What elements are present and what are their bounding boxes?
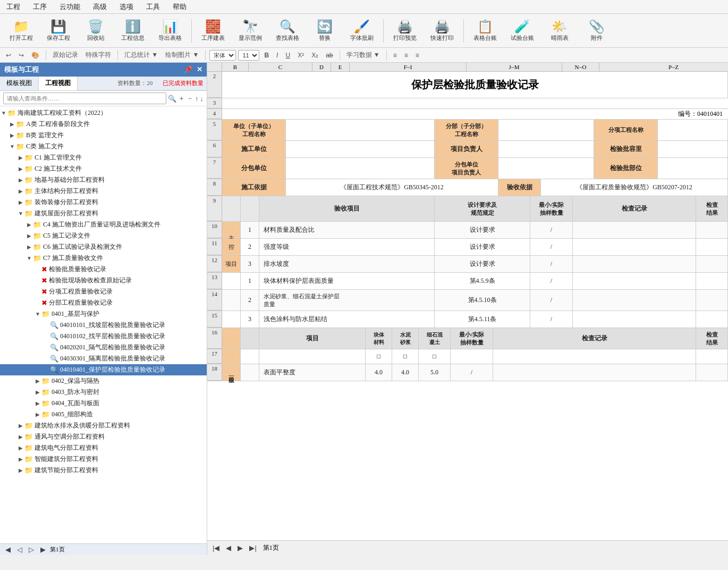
- cb1-17[interactable]: □: [366, 349, 392, 364]
- tree-toggle[interactable]: ▶: [34, 378, 41, 384]
- result-11[interactable]: [696, 239, 728, 255]
- open-project-button[interactable]: 📁 打开工程: [4, 16, 38, 46]
- record-12[interactable]: [573, 256, 696, 272]
- superscript-button[interactable]: X²: [295, 51, 307, 60]
- tree-toggle[interactable]: ▶: [17, 155, 24, 161]
- tree-toggle[interactable]: ▼: [0, 110, 7, 116]
- tree-toggle[interactable]: ▶: [9, 121, 16, 127]
- construction-value[interactable]: [286, 141, 435, 157]
- tree-item-16[interactable]: ✖检验批现场验收检查原始记录: [0, 275, 207, 286]
- font-select[interactable]: 宋体: [209, 50, 236, 61]
- remove-button[interactable]: －: [187, 94, 193, 103]
- tree-toggle[interactable]: ▶: [17, 434, 24, 440]
- menu-advanced[interactable]: 高级: [91, 1, 109, 13]
- tree-item-11[interactable]: ▶📁C4 施工物资出厂质量证明及进场检测文件: [0, 219, 207, 230]
- tree-toggle[interactable]: ▶: [26, 244, 33, 250]
- result-10[interactable]: [696, 222, 728, 238]
- sub-mgr-value[interactable]: [498, 158, 594, 179]
- aggregate-button[interactable]: 汇总统计 ▼: [122, 49, 160, 61]
- tree-item-27[interactable]: ▶📁0404_瓦面与板面: [0, 398, 207, 409]
- tab-template-view[interactable]: 模板视图: [0, 77, 39, 90]
- tree-toggle[interactable]: ▼: [17, 211, 24, 216]
- record-14[interactable]: [573, 290, 696, 311]
- tree-item-9[interactable]: ▶📁装饰装修分部工程资料: [0, 197, 207, 208]
- menu-options[interactable]: 选项: [117, 1, 136, 13]
- redo-button[interactable]: ↪: [16, 51, 27, 60]
- underline-button[interactable]: U: [283, 51, 293, 60]
- record-17[interactable]: [493, 349, 696, 364]
- tree-item-7[interactable]: ▶📁地基与基础分部工程资料: [0, 174, 207, 186]
- record-11[interactable]: [573, 239, 696, 255]
- tree-item-10[interactable]: ▼📁建筑屋面分部工程资料: [0, 208, 207, 219]
- batch-part-value[interactable]: [658, 158, 728, 179]
- result-12[interactable]: [696, 256, 728, 272]
- next-page-button[interactable]: ▷: [27, 545, 36, 554]
- table-area[interactable]: B C D E F~I J~M N~O P~Z AA~AC 2 保护层检验批质量…: [207, 63, 728, 540]
- tree-item-23[interactable]: 🔍04030301_隔离层检验批质量验收记录: [0, 353, 207, 364]
- tree-item-19[interactable]: ▼📁0401_基层与保护: [0, 308, 207, 320]
- unit-value[interactable]: [286, 120, 435, 140]
- tree-item-32[interactable]: ▶📁智能建筑分部工程资料: [0, 454, 207, 465]
- tree-toggle[interactable]: ▶: [17, 467, 24, 473]
- print-preview-button[interactable]: 🖨️ 打印预览: [388, 16, 422, 46]
- tree-item-3[interactable]: ▶📁B类 监理文件: [0, 130, 207, 141]
- tree-item-2[interactable]: ▶📁A类 工程准备阶段文件: [0, 119, 207, 130]
- tree-item-24[interactable]: 🔍04010401_保护层检验批质量验收记录: [0, 364, 207, 375]
- special-char-button[interactable]: 特殊字符: [83, 49, 114, 61]
- tree-item-30[interactable]: ▶📁通风与空调分部工程资料: [0, 431, 207, 442]
- quick-print-button[interactable]: 🖨️ 快速打印: [425, 16, 459, 46]
- bold-button[interactable]: B: [261, 51, 272, 60]
- result-14[interactable]: [696, 290, 728, 311]
- tree-toggle[interactable]: ▶: [17, 177, 24, 183]
- result-18[interactable]: [696, 364, 728, 381]
- record-10[interactable]: [573, 222, 696, 238]
- tree-item-22[interactable]: 🔍04020201_隔气层检验批质量验收记录: [0, 342, 207, 353]
- add-button[interactable]: ＋: [178, 94, 185, 103]
- tree-toggle[interactable]: ▶: [34, 389, 41, 395]
- tree-item-1[interactable]: ▼📁海南建筑工程竣工资料（2022）: [0, 107, 207, 119]
- menu-engineering[interactable]: 工程: [4, 1, 22, 13]
- weather-button[interactable]: 🌤️ 晴雨表: [543, 16, 577, 46]
- undo-button[interactable]: ↩: [3, 51, 14, 60]
- result-17[interactable]: [696, 349, 728, 364]
- result-15[interactable]: [696, 311, 728, 328]
- tree-item-33[interactable]: ▶📁建筑节能分部工程资料: [0, 465, 207, 476]
- sheet-next-button[interactable]: ▶: [235, 543, 245, 552]
- build-table-button[interactable]: 🧱 工序建表: [196, 16, 230, 46]
- menu-process[interactable]: 工序: [31, 1, 49, 13]
- first-page-button[interactable]: ◀: [3, 545, 13, 554]
- align-center-button[interactable]: ≡: [402, 51, 411, 60]
- tree-item-15[interactable]: ✖检验批质量验收记录: [0, 264, 207, 275]
- sheet-prev-button[interactable]: ◀: [224, 543, 233, 552]
- subitem-value[interactable]: [658, 120, 728, 140]
- save-project-button[interactable]: 💾 保存工程: [41, 16, 75, 46]
- prev-page-button[interactable]: ◁: [15, 545, 24, 554]
- project-info-button[interactable]: ℹ️ 工程信息: [116, 16, 150, 46]
- tree-toggle[interactable]: ▶: [34, 400, 41, 406]
- font-size-select[interactable]: 11: [238, 50, 259, 61]
- subpart-value[interactable]: [498, 120, 594, 140]
- tree-item-29[interactable]: ▶📁建筑给水排水及供暖分部工程资料: [0, 420, 207, 431]
- tree-item-13[interactable]: ▶📁C6 施工试验记录及检测文件: [0, 241, 207, 253]
- learn-data-button[interactable]: 学习数据 ▼: [344, 49, 383, 61]
- close-panel-button[interactable]: ✕: [197, 65, 202, 74]
- record-18[interactable]: [493, 364, 696, 381]
- tree-item-8[interactable]: ▶📁主体结构分部工程资料: [0, 186, 207, 197]
- tree-item-20[interactable]: 🔍04010101_找坡层检验批质量验收记录: [0, 320, 207, 331]
- tree-toggle[interactable]: ▶: [9, 132, 16, 138]
- original-record-button[interactable]: 原始记录: [50, 49, 81, 61]
- tree-item-17[interactable]: ✖分项工程质量验收记录: [0, 286, 207, 297]
- move-down-button[interactable]: ↓: [200, 95, 204, 103]
- tree-toggle[interactable]: ▶: [17, 423, 24, 429]
- tree-toggle[interactable]: ▶: [26, 222, 33, 228]
- proj-mgr-value[interactable]: [498, 141, 594, 157]
- tree-toggle[interactable]: ▶: [17, 445, 24, 451]
- result-13[interactable]: [696, 273, 728, 289]
- export-table-button[interactable]: 📊 导出表格: [153, 16, 187, 46]
- replace-button[interactable]: 🔄 替换: [308, 16, 342, 46]
- menu-cloud[interactable]: 云功能: [57, 1, 82, 13]
- search-button[interactable]: 🔍: [168, 95, 176, 103]
- tree-toggle[interactable]: ▶: [17, 188, 24, 194]
- test-ledger-button[interactable]: 🧪 试验台账: [505, 16, 539, 46]
- search-input[interactable]: [3, 93, 166, 104]
